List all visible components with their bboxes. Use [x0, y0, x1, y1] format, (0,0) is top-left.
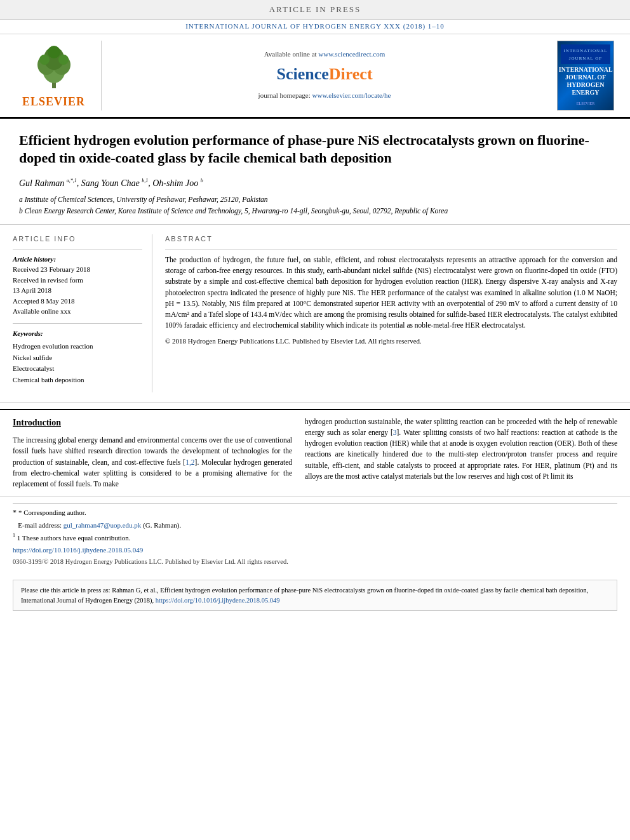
svg-point-7 [48, 46, 60, 58]
intro-right-text: hydrogen production sustainable, the wat… [305, 417, 617, 483]
keyword-3: Electrocatalyst [13, 363, 142, 375]
keyword-1: Hydrogen evolution reaction [13, 341, 142, 352]
revised-date: 13 April 2018 [13, 285, 142, 296]
doi-link[interactable]: https://doi.org/10.1016/j.ijhydene.2018.… [13, 546, 143, 554]
divider-2 [13, 323, 142, 324]
introduction-wrapper: Introduction The increasing global energ… [0, 409, 630, 497]
keywords-label: Keywords: [13, 329, 142, 338]
article-history-label: Article history: [13, 255, 142, 264]
authors-line: Gul Rahman a,*,1, Sang Youn Chae b,1, Oh… [19, 177, 611, 190]
header-section: ELSEVIER Available online at www.science… [0, 34, 630, 119]
keywords-group: Keywords: Hydrogen evolution reaction Ni… [13, 329, 142, 386]
journal-cover-image: INTERNATIONAL JOURNAL OF INTERNATIONAL J… [557, 41, 614, 110]
introduction-title: Introduction [13, 417, 292, 429]
center-header: Available online at www.sciencedirect.co… [102, 41, 547, 110]
sciencedirect-logo: ScienceDirect [276, 63, 372, 86]
revised-form-label: Received in revised form [13, 275, 142, 286]
affiliation-b: b Clean Energy Research Center, Korea In… [19, 206, 611, 216]
svg-point-6 [58, 55, 69, 65]
svg-point-5 [39, 55, 50, 65]
citation-box: Please cite this article in press as: Ra… [13, 580, 617, 611]
elsevier-logo: ELSEVIER [13, 41, 102, 110]
ref-1-2-link[interactable]: 1,2 [185, 458, 194, 466]
footer-notes: * * Corresponding author. E-mail address… [0, 496, 630, 573]
main-content: ARTICLE INFO Article history: Received 2… [0, 225, 630, 403]
intro-left-column: Introduction The increasing global energ… [13, 417, 292, 490]
article-info-header: ARTICLE INFO [13, 234, 142, 244]
journal-title-bar: INTERNATIONAL JOURNAL OF HYDROGEN ENERGY… [0, 20, 630, 34]
journal-cover: INTERNATIONAL JOURNAL OF INTERNATIONAL J… [554, 41, 617, 110]
keyword-2: Nickel sulfide [13, 352, 142, 364]
abstract-text: The production of hydrogen, the future f… [165, 255, 617, 331]
intro-left-text: The increasing global energy demand and … [13, 435, 292, 490]
author-sang-youn-chae: Sang Youn Chae [81, 178, 142, 188]
divider-1 [13, 249, 142, 250]
title-section: Efficient hydrogen evolution performance… [0, 119, 630, 225]
abstract-copyright: © 2018 Hydrogen Energy Publications LLC.… [165, 337, 617, 346]
footer-email-line: E-mail address: gul_rahman47@uop.edu.pk … [13, 521, 617, 530]
article-history-group: Article history: Received 23 February 20… [13, 255, 142, 317]
footer-divider [13, 503, 617, 503]
available-online-text: Available online at www.sciencedirect.co… [264, 50, 385, 59]
article-info-column: ARTICLE INFO Article history: Received 2… [13, 234, 152, 392]
keyword-4: Chemical bath deposition [13, 375, 142, 386]
footer-copyright: 0360-3199/© 2018 Hydrogen Energy Publica… [13, 557, 617, 567]
article-title: Efficient hydrogen evolution performance… [19, 131, 611, 168]
affiliation-a: a Institute of Chemical Sciences, Univer… [19, 194, 611, 204]
received-date: Received 23 February 2018 [13, 264, 142, 275]
equal-contribution-note: 1 1 These authors have equal contributio… [13, 532, 617, 543]
abstract-column: ABSTRACT The production of hydrogen, the… [165, 234, 617, 392]
sciencedirect-url[interactable]: www.sciencedirect.com [318, 50, 385, 58]
doi-line: https://doi.org/10.1016/j.ijhydene.2018.… [13, 545, 617, 555]
accepted-date: Accepted 8 May 2018 [13, 296, 142, 307]
journal-homepage: journal homepage: www.elsevier.com/locat… [258, 91, 391, 100]
elsevier-text-logo: ELSEVIER [22, 94, 85, 110]
author-oh-shim-joo: Oh-shim Joo [152, 178, 200, 188]
email-link[interactable]: gul_rahman47@uop.edu.pk [64, 521, 142, 529]
abstract-divider [165, 249, 617, 250]
available-online: Available online xxx [13, 306, 142, 317]
corresponding-author-note: * * Corresponding author. [13, 507, 617, 518]
ref-3-link[interactable]: 3 [393, 429, 397, 436]
author-gul-rahman: Gul Rahman [19, 178, 67, 188]
article-in-press-banner: ARTICLE IN PRESS [0, 0, 630, 20]
intro-right-column: hydrogen production sustainable, the wat… [305, 417, 617, 490]
introduction-section: Introduction The increasing global energ… [0, 410, 630, 497]
citation-doi-link[interactable]: https://doi.org/10.1016/j.ijhydene.2018.… [156, 597, 280, 604]
abstract-header: ABSTRACT [165, 234, 617, 244]
journal-homepage-url[interactable]: www.elsevier.com/locate/he [312, 91, 391, 99]
